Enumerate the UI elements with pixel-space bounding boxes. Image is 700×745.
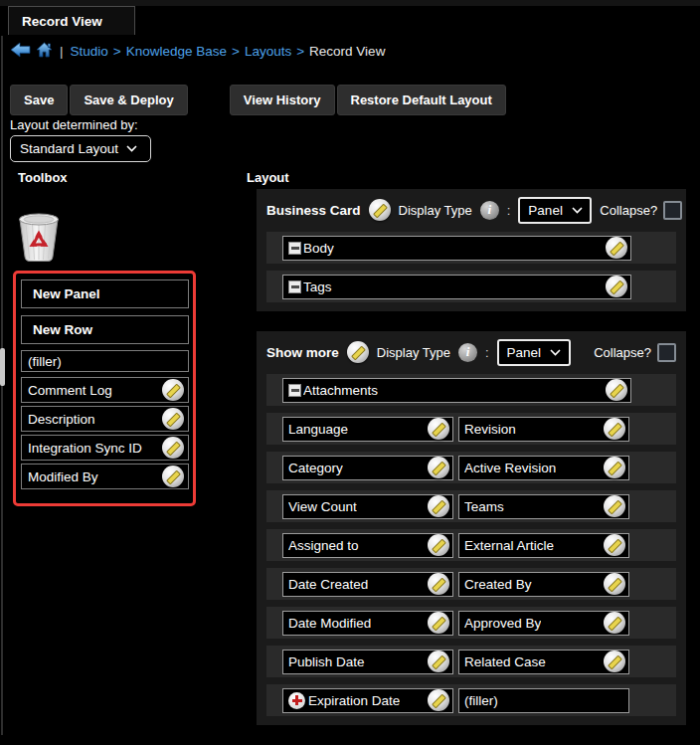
field-language[interactable]: Language <box>282 417 453 442</box>
toolbox-item-new-panel[interactable]: New Panel <box>21 279 189 308</box>
field-approved-by[interactable]: Approved By <box>458 611 629 636</box>
field-filler[interactable]: (filler) <box>458 688 629 713</box>
toolbox-item-modified-by[interactable]: Modified By <box>21 464 189 489</box>
restore-default-layout-button[interactable]: Restore Default Layout <box>337 85 506 115</box>
layout-row[interactable]: Attachments <box>266 374 676 406</box>
breadcrumb-separator: > <box>113 44 121 59</box>
field-label: Body <box>303 241 334 256</box>
field-external-article[interactable]: External Article <box>458 533 629 558</box>
info-icon[interactable] <box>458 343 477 362</box>
field-attachments[interactable]: Attachments <box>282 378 631 403</box>
layout-row[interactable]: Body <box>266 232 676 264</box>
field-publish-date[interactable]: Publish Date <box>282 650 453 674</box>
field-tags[interactable]: Tags <box>282 275 631 299</box>
edit-pencil-icon[interactable] <box>606 379 627 401</box>
layout-editor: Business CardDisplay Type:PanelCollapse?… <box>257 189 686 745</box>
layout-row[interactable]: Date CreatedCreated By <box>266 568 676 600</box>
breadcrumb: | Studio > Knowledge Base > Layouts > Re… <box>10 40 385 62</box>
collapse-minus-icon[interactable] <box>288 280 301 293</box>
edit-pencil-icon[interactable] <box>428 573 449 595</box>
edit-pencil-icon[interactable] <box>428 689 449 711</box>
collapse-checkbox[interactable] <box>663 201 682 220</box>
layout-determined-by-select[interactable]: Standard Layout <box>10 135 151 162</box>
field-expiration-date[interactable]: Expiration Date <box>282 688 453 713</box>
layout-row[interactable]: Expiration Date(filler) <box>266 684 676 716</box>
field-assigned-to[interactable]: Assigned to <box>282 533 453 558</box>
layout-row[interactable]: Publish DateRelated Case <box>266 646 676 677</box>
field-label: Tags <box>303 279 332 294</box>
collapse-minus-icon[interactable] <box>288 242 301 255</box>
field-view-count[interactable]: View Count <box>282 494 453 519</box>
expand-plus-icon[interactable] <box>288 692 305 709</box>
toolbox-item-label: Comment Log <box>28 383 112 398</box>
layout-row[interactable]: View CountTeams <box>266 490 676 522</box>
edit-pencil-icon[interactable] <box>428 612 449 634</box>
edit-pencil-icon[interactable] <box>606 237 627 259</box>
view-history-button[interactable]: View History <box>230 85 335 115</box>
collapse-checkbox[interactable] <box>657 343 676 362</box>
save-deploy-button[interactable]: Save & Deploy <box>70 85 187 115</box>
home-icon[interactable] <box>36 42 53 61</box>
layout-row[interactable]: Tags <box>266 271 676 302</box>
layout-row[interactable]: Assigned toExternal Article <box>266 529 676 561</box>
layout-determined-by-value: Standard Layout <box>20 141 118 156</box>
chevron-down-icon <box>572 207 583 214</box>
breadcrumb-link-knowledge-base[interactable]: Knowledge Base <box>126 44 227 59</box>
panel-header: Show moreDisplay Type:PanelCollapse? <box>257 337 686 367</box>
field-teams[interactable]: Teams <box>458 494 629 519</box>
breadcrumb-link-studio[interactable]: Studio <box>71 44 108 59</box>
display-type-colon: : <box>485 345 489 360</box>
edit-pencil-icon[interactable] <box>347 341 369 363</box>
edit-pencil-icon[interactable] <box>428 457 449 478</box>
save-button[interactable]: Save <box>10 85 68 115</box>
toolbox-item-integration-sync-id[interactable]: Integration Sync ID <box>21 435 189 461</box>
edit-pencil-icon[interactable] <box>604 651 625 672</box>
field-revision[interactable]: Revision <box>458 417 629 442</box>
edit-pencil-icon[interactable] <box>604 418 625 440</box>
edit-pencil-icon[interactable] <box>428 534 449 556</box>
left-scrollbar-thumb[interactable] <box>0 348 5 386</box>
edit-pencil-icon[interactable] <box>369 199 391 221</box>
toolbox-item-description[interactable]: Description <box>21 406 189 432</box>
field-label: Teams <box>464 499 504 514</box>
field-body[interactable]: Body <box>282 236 631 261</box>
back-arrow-icon[interactable] <box>10 42 31 61</box>
field-date-modified[interactable]: Date Modified <box>282 611 453 636</box>
edit-pencil-icon[interactable] <box>428 495 449 517</box>
edit-pencil-icon[interactable] <box>606 276 627 297</box>
layout-row[interactable]: Date ModifiedApproved By <box>266 607 676 639</box>
info-icon[interactable] <box>480 201 499 220</box>
edit-pencil-icon[interactable] <box>428 418 449 440</box>
recycle-bin-icon[interactable] <box>16 211 62 267</box>
edit-pencil-icon[interactable] <box>604 573 625 595</box>
edit-pencil-icon[interactable] <box>604 495 625 517</box>
tab-record-view[interactable]: Record View <box>8 6 135 35</box>
field-label: Date Created <box>288 577 368 592</box>
display-type-select[interactable]: Panel <box>518 197 592 224</box>
field-related-case[interactable]: Related Case <box>458 650 629 674</box>
layout-row[interactable]: CategoryActive Revision <box>266 452 676 483</box>
field-label: Publish Date <box>288 654 365 669</box>
collapse-minus-icon[interactable] <box>288 384 301 397</box>
panel-name: Show more <box>266 345 339 360</box>
field-created-by[interactable]: Created By <box>458 572 629 597</box>
edit-pencil-icon[interactable] <box>604 534 625 556</box>
edit-pencil-icon[interactable] <box>162 466 184 487</box>
edit-pencil-icon[interactable] <box>604 457 625 478</box>
breadcrumb-link-layouts[interactable]: Layouts <box>245 44 291 59</box>
edit-pencil-icon[interactable] <box>162 408 184 430</box>
toolbox-item-comment-log[interactable]: Comment Log <box>21 377 189 403</box>
edit-pencil-icon[interactable] <box>428 651 449 672</box>
edit-pencil-icon[interactable] <box>162 437 184 459</box>
field-category[interactable]: Category <box>282 456 453 480</box>
display-type-select[interactable]: Panel <box>497 339 572 366</box>
toolbox-item-new-row[interactable]: New Row <box>21 315 189 344</box>
toolbox-item-filler[interactable]: (filler) <box>21 350 189 372</box>
toolbar: Save Save & Deploy View History Restore … <box>10 85 508 115</box>
field-label: Approved By <box>464 616 541 631</box>
layout-row[interactable]: LanguageRevision <box>266 413 676 445</box>
field-active-revision[interactable]: Active Revision <box>458 456 629 480</box>
field-date-created[interactable]: Date Created <box>282 572 453 597</box>
edit-pencil-icon[interactable] <box>162 379 184 401</box>
edit-pencil-icon[interactable] <box>604 612 625 634</box>
